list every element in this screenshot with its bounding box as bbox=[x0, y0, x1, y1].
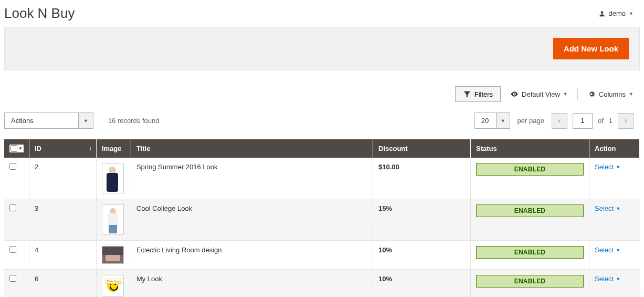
col-action[interactable]: Action bbox=[589, 139, 640, 158]
cell-title: My Look bbox=[131, 270, 373, 298]
user-icon bbox=[598, 10, 606, 17]
chevron-right-icon bbox=[623, 118, 628, 124]
cell-title: Cool College Look bbox=[131, 199, 373, 241]
caret-down-icon: ▼ bbox=[78, 113, 93, 128]
select-label: Select bbox=[595, 275, 614, 283]
table-row: 2 Spring Summer 2016 Look $10.00 ENABLED… bbox=[4, 158, 640, 199]
per-page-label: per page bbox=[518, 117, 544, 125]
col-id-label: ID bbox=[35, 145, 41, 152]
user-name: demo bbox=[609, 9, 626, 17]
columns-dropdown[interactable]: Columns ▼ bbox=[587, 90, 634, 98]
thumbnail[interactable] bbox=[102, 204, 124, 235]
row-checkbox[interactable] bbox=[9, 163, 16, 170]
columns-label: Columns bbox=[599, 90, 626, 98]
per-page-dropdown[interactable]: 20 ▼ bbox=[474, 112, 510, 129]
cell-discount: $10.00 bbox=[373, 158, 471, 199]
caret-down-icon: ▼ bbox=[616, 206, 620, 211]
chevron-left-icon bbox=[557, 118, 562, 124]
select-label: Select bbox=[595, 204, 614, 212]
cell-discount: 10% bbox=[373, 270, 471, 298]
page-total: 1 bbox=[609, 117, 613, 125]
master-checkbox-input[interactable] bbox=[10, 145, 17, 152]
data-grid: ▼ ID↓ Image Title Discount Status Action… bbox=[4, 139, 640, 297]
prev-page-button[interactable] bbox=[552, 113, 567, 129]
caret-down-icon: ▼ bbox=[18, 146, 23, 151]
table-row: 6 Thats Yours My Look 10% ENABLED Select… bbox=[4, 270, 640, 298]
thumbnail[interactable] bbox=[102, 246, 124, 264]
col-status[interactable]: Status bbox=[471, 139, 589, 158]
row-checkbox[interactable] bbox=[9, 204, 16, 211]
caret-down-icon: ▼ bbox=[616, 165, 620, 170]
cell-title: Spring Summer 2016 Look bbox=[131, 158, 373, 199]
caret-down-icon: ▼ bbox=[629, 91, 634, 97]
select-action[interactable]: Select▼ bbox=[595, 275, 635, 283]
select-label: Select bbox=[595, 246, 614, 254]
select-action[interactable]: Select▼ bbox=[595, 246, 635, 254]
select-action[interactable]: Select▼ bbox=[595, 163, 635, 171]
select-action[interactable]: Select▼ bbox=[595, 204, 635, 212]
cell-discount: 10% bbox=[373, 241, 471, 270]
cell-id: 2 bbox=[29, 158, 96, 199]
sort-desc-icon: ↓ bbox=[89, 145, 92, 151]
row-checkbox[interactable] bbox=[9, 246, 16, 253]
cell-id: 3 bbox=[29, 199, 96, 241]
caret-down-icon: ▼ bbox=[616, 276, 620, 282]
page-input[interactable] bbox=[573, 113, 593, 129]
caret-down-icon: ▼ bbox=[563, 91, 568, 97]
caret-down-icon: ▼ bbox=[629, 11, 634, 16]
actions-label: Actions bbox=[5, 113, 78, 128]
cell-title: Eclectic Living Room design bbox=[131, 241, 373, 270]
status-badge: ENABLED bbox=[476, 246, 584, 259]
page-title: Look N Buy bbox=[4, 5, 75, 22]
svg-point-0 bbox=[600, 11, 603, 14]
filters-label: Filters bbox=[474, 90, 493, 98]
caret-down-icon: ▼ bbox=[616, 248, 620, 253]
master-checkbox[interactable]: ▼ bbox=[9, 145, 24, 152]
col-discount[interactable]: Discount bbox=[373, 139, 471, 158]
table-row: 4 Eclectic Living Room design 10% ENABLE… bbox=[4, 241, 640, 270]
cell-id: 4 bbox=[29, 241, 96, 270]
per-page-value: 20 bbox=[475, 113, 496, 128]
divider bbox=[577, 88, 578, 100]
gear-icon bbox=[587, 90, 596, 98]
status-badge: ENABLED bbox=[476, 204, 584, 217]
status-badge: ENABLED bbox=[476, 275, 584, 288]
actions-dropdown[interactable]: Actions ▼ bbox=[4, 112, 93, 129]
thumbnail[interactable]: Thats Yours bbox=[102, 275, 124, 297]
caret-down-icon: ▼ bbox=[496, 113, 510, 128]
col-title[interactable]: Title bbox=[131, 139, 373, 158]
records-found: 16 records found bbox=[108, 117, 160, 125]
cell-discount: 15% bbox=[373, 199, 471, 241]
col-checkbox: ▼ bbox=[4, 139, 29, 158]
col-id[interactable]: ID↓ bbox=[29, 139, 96, 158]
table-row: 3 Cool College Look 15% ENABLED Select▼ bbox=[4, 199, 640, 241]
user-menu[interactable]: demo ▼ bbox=[598, 9, 634, 17]
filters-button[interactable]: Filters bbox=[455, 86, 501, 102]
thumbnail[interactable] bbox=[102, 163, 124, 193]
col-image[interactable]: Image bbox=[96, 139, 131, 158]
default-view-label: Default View bbox=[522, 90, 560, 98]
add-new-look-button[interactable]: Add New Look bbox=[553, 38, 629, 59]
select-label: Select bbox=[595, 163, 614, 171]
default-view-dropdown[interactable]: Default View ▼ bbox=[510, 90, 568, 98]
eye-icon bbox=[510, 90, 519, 98]
status-badge: ENABLED bbox=[476, 163, 584, 176]
svg-point-1 bbox=[514, 94, 515, 95]
next-page-button[interactable] bbox=[618, 113, 634, 129]
row-checkbox[interactable] bbox=[9, 275, 16, 282]
cell-id: 6 bbox=[29, 270, 96, 298]
action-bar: Add New Look bbox=[4, 27, 640, 70]
funnel-icon bbox=[463, 90, 471, 98]
page-of-label: of bbox=[598, 117, 604, 125]
